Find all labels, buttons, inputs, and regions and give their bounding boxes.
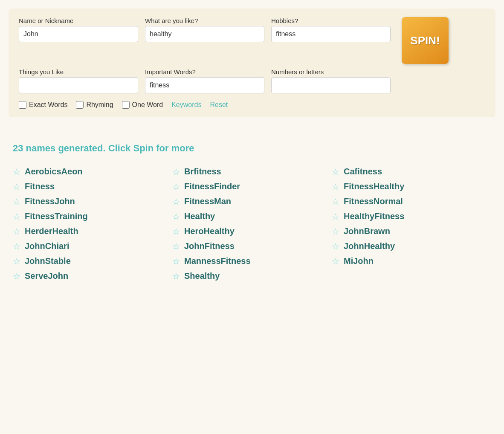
list-item[interactable]: ☆JohnBrawn bbox=[332, 226, 491, 236]
numbers-input[interactable] bbox=[271, 77, 391, 93]
list-item[interactable]: ☆FitnessMan bbox=[172, 197, 332, 206]
list-item[interactable]: ☆Shealthy bbox=[172, 271, 332, 281]
exact-words-checkbox[interactable] bbox=[19, 101, 26, 109]
star-icon: ☆ bbox=[172, 242, 180, 251]
name-text: AerobicsAeon bbox=[25, 167, 83, 176]
list-item[interactable]: ☆JohnFitness bbox=[172, 241, 332, 251]
name-text: MiJohn bbox=[344, 256, 374, 266]
star-icon: ☆ bbox=[172, 182, 180, 191]
list-item[interactable]: ☆HealthyFitness bbox=[332, 211, 491, 221]
name-text: HerderHealth bbox=[25, 226, 78, 236]
star-icon: ☆ bbox=[332, 257, 339, 266]
name-text: Brfitness bbox=[184, 167, 221, 176]
star-icon: ☆ bbox=[332, 242, 339, 251]
name-text: Fitness bbox=[25, 182, 55, 191]
rhyming-label: Rhyming bbox=[86, 101, 113, 109]
name-text: FitnessMan bbox=[184, 197, 231, 206]
exact-words-checkbox-label[interactable]: Exact Words bbox=[19, 101, 67, 109]
what-input[interactable] bbox=[145, 26, 264, 42]
star-icon: ☆ bbox=[13, 242, 20, 251]
star-icon: ☆ bbox=[13, 227, 20, 236]
star-icon: ☆ bbox=[332, 197, 339, 206]
form-row-2: Things you Like Important Words? Numbers… bbox=[19, 68, 485, 93]
star-icon: ☆ bbox=[172, 168, 180, 176]
name-text: JohnHealthy bbox=[344, 241, 395, 251]
name-text: FitnessTraining bbox=[25, 211, 88, 221]
results-count: 23 names generated. Click Spin for more bbox=[13, 143, 491, 154]
what-field-group: What are you like? bbox=[145, 17, 264, 42]
important-input[interactable] bbox=[145, 77, 264, 93]
list-item[interactable]: ☆Fitness bbox=[13, 182, 172, 191]
star-icon: ☆ bbox=[13, 182, 20, 191]
star-icon: ☆ bbox=[172, 257, 180, 266]
important-field-group: Important Words? bbox=[145, 68, 264, 93]
star-icon: ☆ bbox=[172, 227, 180, 236]
one-word-checkbox-label[interactable]: One Word bbox=[122, 101, 163, 109]
name-text: FitnessFinder bbox=[184, 182, 240, 191]
list-item[interactable]: ☆Healthy bbox=[172, 211, 332, 221]
options-row: Exact Words Rhyming One Word Keywords Re… bbox=[19, 101, 485, 109]
list-item[interactable]: ☆ServeJohn bbox=[13, 271, 172, 281]
name-text: JohnFitness bbox=[184, 241, 235, 251]
form-row-1: Name or Nickname What are you like? Hobb… bbox=[19, 17, 485, 64]
things-label: Things you Like bbox=[19, 68, 138, 75]
hobbies-field-group: Hobbies? bbox=[271, 17, 391, 42]
list-item[interactable]: ☆Brfitness bbox=[172, 167, 332, 176]
top-panel: Name or Nickname What are you like? Hobb… bbox=[9, 9, 495, 117]
list-item[interactable]: ☆Cafitness bbox=[332, 167, 491, 176]
name-field-group: Name or Nickname bbox=[19, 17, 138, 42]
names-grid: ☆AerobicsAeon☆Brfitness☆Cafitness☆Fitnes… bbox=[13, 167, 491, 281]
important-label: Important Words? bbox=[145, 68, 264, 75]
hobbies-input[interactable] bbox=[271, 26, 391, 42]
name-text: FitnessNormal bbox=[344, 197, 403, 206]
what-label: What are you like? bbox=[145, 17, 264, 24]
rhyming-checkbox[interactable] bbox=[76, 101, 84, 109]
star-icon: ☆ bbox=[172, 212, 180, 221]
list-item[interactable]: ☆JohnStable bbox=[13, 256, 172, 266]
name-text: HeroHealthy bbox=[184, 226, 235, 236]
list-item[interactable]: ☆AerobicsAeon bbox=[13, 167, 172, 176]
one-word-checkbox[interactable] bbox=[122, 101, 130, 109]
reset-button[interactable]: Reset bbox=[210, 101, 228, 109]
things-input[interactable] bbox=[19, 77, 138, 93]
hobbies-label: Hobbies? bbox=[271, 17, 391, 24]
numbers-label: Numbers or letters bbox=[271, 68, 391, 75]
name-text: JohnStable bbox=[25, 256, 71, 266]
name-text: MannessFitness bbox=[184, 256, 251, 266]
star-icon: ☆ bbox=[13, 257, 20, 266]
name-text: Cafitness bbox=[344, 167, 382, 176]
star-icon: ☆ bbox=[172, 272, 180, 281]
list-item[interactable]: ☆HerderHealth bbox=[13, 226, 172, 236]
name-text: FitnessJohn bbox=[25, 197, 75, 206]
name-input[interactable] bbox=[19, 26, 138, 42]
star-icon: ☆ bbox=[172, 197, 180, 206]
results-section: 23 names generated. Click Spin for more … bbox=[13, 143, 491, 281]
name-text: FitnessHealthy bbox=[344, 182, 404, 191]
star-icon: ☆ bbox=[332, 168, 339, 176]
list-item[interactable]: ☆FitnessTraining bbox=[13, 211, 172, 221]
spin-button[interactable]: SPIN! bbox=[402, 17, 449, 64]
list-item[interactable]: ☆FitnessHealthy bbox=[332, 182, 491, 191]
list-item[interactable]: ☆FitnessFinder bbox=[172, 182, 332, 191]
star-icon: ☆ bbox=[13, 212, 20, 221]
list-item[interactable]: ☆JohnHealthy bbox=[332, 241, 491, 251]
one-word-label: One Word bbox=[132, 101, 163, 109]
form-rows: Name or Nickname What are you like? Hobb… bbox=[19, 17, 485, 109]
list-item[interactable]: ☆HeroHealthy bbox=[172, 226, 332, 236]
list-item[interactable]: ☆JohnChiari bbox=[13, 241, 172, 251]
list-item[interactable]: ☆MiJohn bbox=[332, 256, 491, 266]
list-item[interactable]: ☆MannessFitness bbox=[172, 256, 332, 266]
list-item[interactable]: ☆FitnessJohn bbox=[13, 197, 172, 206]
name-text: HealthyFitness bbox=[344, 211, 404, 221]
star-icon: ☆ bbox=[332, 182, 339, 191]
numbers-field-group: Numbers or letters bbox=[271, 68, 391, 93]
star-icon: ☆ bbox=[332, 212, 339, 221]
name-label: Name or Nickname bbox=[19, 17, 138, 24]
name-text: JohnBrawn bbox=[344, 226, 390, 236]
star-icon: ☆ bbox=[13, 197, 20, 206]
keywords-button[interactable]: Keywords bbox=[171, 101, 201, 109]
name-text: JohnChiari bbox=[25, 241, 69, 251]
star-icon: ☆ bbox=[332, 227, 339, 236]
list-item[interactable]: ☆FitnessNormal bbox=[332, 197, 491, 206]
rhyming-checkbox-label[interactable]: Rhyming bbox=[76, 101, 113, 109]
